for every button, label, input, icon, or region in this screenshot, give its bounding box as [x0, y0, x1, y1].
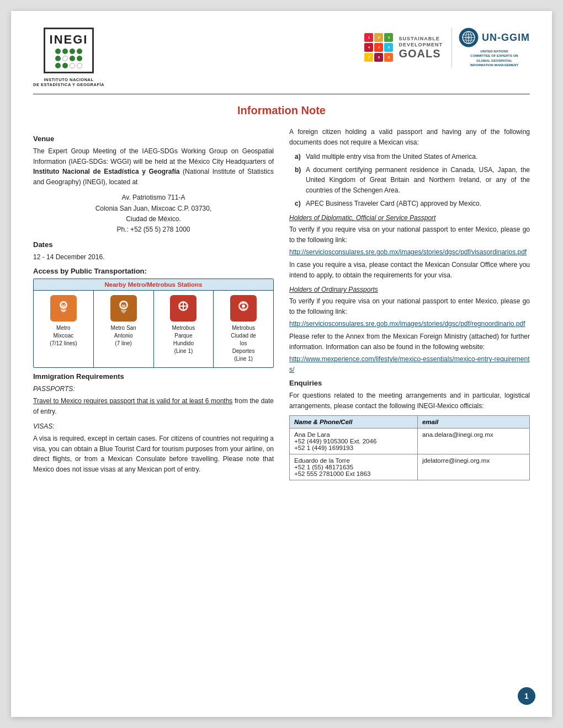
logos-right: 1 2 3 4 5 6 7 8 9 SUSTAINABLE DEVELOPMEN…	[364, 28, 530, 68]
metrobus-parque-icon	[174, 299, 192, 317]
unggim-label: UN-GGIM	[482, 32, 530, 44]
metrobus-deportes-icon	[235, 299, 252, 317]
col-email: email	[417, 416, 529, 429]
venue-text: The Expert Group Meeting of the IAEG-SDG…	[33, 146, 274, 187]
enquiry-row-1: Ana De Lara +52 (449) 9105300 Ext. 2046 …	[290, 429, 530, 454]
bullet-a: a) Valid multiple entry visa from the Un…	[295, 152, 530, 162]
dot	[55, 56, 61, 61]
main-content: Venue The Expert Group Meeting of the IA…	[33, 127, 530, 480]
metro-cell-2: M Metro SanAntonio(7 line)	[94, 291, 154, 367]
metro-label-3: MetrobusParqueHundido(Line 1)	[172, 324, 195, 355]
page-title: Information Note	[33, 104, 530, 117]
bullet-c: c) APEC Business Traveler Card (ABTC) ap…	[295, 199, 530, 209]
visa-bullets: a) Valid multiple entry visa from the Un…	[289, 152, 530, 208]
dot	[62, 56, 68, 61]
enquiries-intro: For questions related to the meeting arr…	[289, 390, 530, 411]
diplomatic-text2: In case you require a visa, please conta…	[289, 260, 530, 280]
header: INEGI INSTITUTO NACIONAL	[33, 28, 530, 94]
document-page: INEGI INSTITUTO NACIONAL	[11, 11, 552, 717]
dot	[77, 49, 82, 54]
right-column: A foreign citizen holding a valid passpo…	[289, 127, 530, 480]
enquiry-row-2: Eduardo de la Torre +52 1 (55) 48171635 …	[290, 454, 530, 480]
inegi-logo: INEGI INSTITUTO NACIONAL	[33, 28, 104, 87]
svg-text:M: M	[62, 304, 65, 308]
diplomatic-link[interactable]: http://serviciosconsulares.sre.gob.mx/im…	[289, 247, 530, 258]
dot	[70, 49, 75, 54]
dot	[70, 56, 75, 61]
enquiry-name-1: Ana De Lara +52 (449) 9105300 Ext. 2046 …	[290, 429, 418, 454]
enquiry-email-1: ana.delara@inegi.org.mx	[417, 429, 529, 454]
inegi-subtitle: INSTITUTO NACIONAL DE ESTADÍSTICA Y GEOG…	[33, 77, 104, 87]
unggim-fullname: UNITED NATIONSCOMMITTEE OF EXPERTS ONGLO…	[470, 49, 518, 68]
address-block: Av. Patriotismo 711-A Colonia San Juan, …	[33, 192, 274, 235]
svg-point-5	[467, 36, 470, 39]
page-number: 1	[518, 687, 535, 705]
visas-label: VISAS:	[33, 421, 274, 432]
visa-text: A visa is required, except in certain ca…	[33, 433, 274, 474]
enquiries-table: Name & Phone/Cell email Ana De Lara +52 …	[289, 415, 530, 480]
bullet-b: b) A document certifying permanent resid…	[295, 165, 530, 196]
metro-icon-1: M	[50, 295, 77, 322]
ordinary-link[interactable]: http://serviciosconsulares.sre.gob.mx/im…	[289, 319, 530, 329]
metro-label-1: MetroMixcoac(7/12 lines)	[50, 324, 77, 347]
enquiry-name-2: Eduardo de la Torre +52 1 (55) 48171635 …	[290, 454, 418, 480]
metro-sanantonio-icon: M	[115, 299, 132, 317]
passports-label: PASSPORTS:	[33, 384, 274, 394]
col-name: Name & Phone/Cell	[290, 416, 418, 429]
ordinary-text: To verify if you require visa on your na…	[289, 296, 530, 317]
metro-table-body: M MetroMixcoac(7/12 lines) M	[34, 291, 273, 367]
passport-text: Travel to Mexico requires passport that …	[33, 396, 274, 416]
dot	[70, 63, 75, 68]
metro-table-header: Nearby Metro/Metrobus Stations	[34, 279, 273, 291]
dot	[62, 49, 68, 54]
ordinary-text2: Please refer to the Annex from the Mexic…	[289, 331, 530, 352]
svg-point-17	[242, 304, 245, 308]
venue-label: Venue	[33, 135, 274, 143]
metro-cell-3: MetrobusParqueHundido(Line 1)	[154, 291, 214, 367]
left-column: Venue The Expert Group Meeting of the IA…	[33, 127, 274, 480]
metro-icon-4	[230, 295, 257, 322]
dates-text: 12 - 14 December 2016.	[33, 252, 274, 263]
dot	[62, 63, 68, 68]
dot	[77, 56, 82, 61]
metro-icon-2: M	[110, 295, 137, 322]
inegi-title: INEGI	[50, 33, 88, 47]
diplomatic-text: To verify if you require visa on your na…	[289, 224, 530, 245]
enquiries-label: Enquiries	[289, 379, 530, 387]
inegi-dots	[55, 49, 82, 68]
metro-mixcoac-icon: M	[55, 299, 72, 317]
metro-icon-3	[170, 295, 196, 322]
dot	[55, 63, 61, 68]
metro-label-2: Metro SanAntonio(7 line)	[111, 324, 136, 347]
metro-table: Nearby Metro/Metrobus Stations M M	[33, 279, 274, 368]
diplomatic-heading: Holders of Diplomatic, Official or Servi…	[289, 214, 530, 222]
dot	[77, 63, 82, 68]
ordinary-heading: Holders of Ordinary Passports	[289, 286, 530, 293]
inegi-box: INEGI	[44, 28, 94, 73]
transport-label: Access by Public Transportation:	[33, 267, 274, 275]
immigration-label: Immigration Requirements	[33, 372, 274, 381]
svg-text:M: M	[122, 304, 125, 308]
metro-label-4: MetrobusCiudad delosDeportes(Line 1)	[231, 324, 256, 363]
enquiry-email-2: jdelatorre@inegi.org.mx	[417, 454, 529, 480]
venue-bold: Instituto Nacional de Estadística y Geog…	[33, 168, 179, 175]
right-intro: A foreign citizen holding a valid passpo…	[289, 127, 530, 147]
metro-cell-1: M MetroMixcoac(7/12 lines)	[34, 291, 94, 367]
metro-cell-4: MetrobusCiudad delosDeportes(Line 1)	[214, 291, 273, 367]
un-emblem	[459, 28, 479, 47]
dates-label: Dates	[33, 240, 274, 249]
dot	[55, 49, 61, 54]
ordinary-link2[interactable]: http://www.mexperience.com/lifestyle/mex…	[289, 354, 530, 374]
